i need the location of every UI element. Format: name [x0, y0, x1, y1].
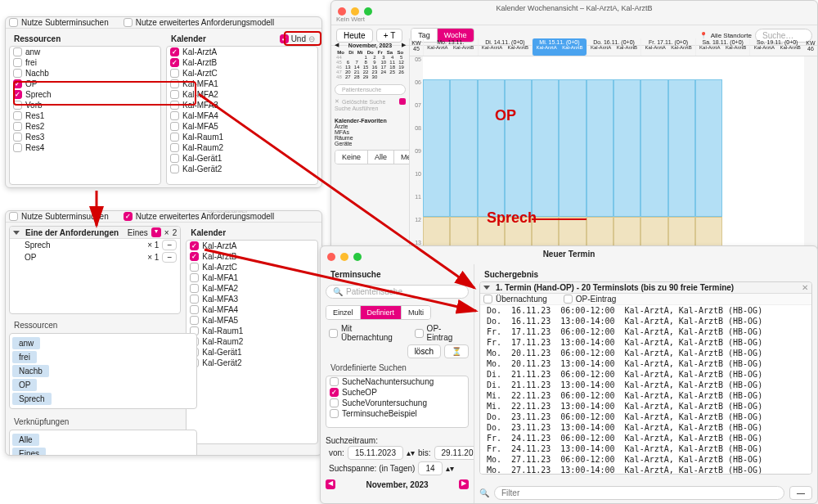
- collapse-icon[interactable]: [483, 286, 490, 290]
- calendar-item-checkbox[interactable]: [170, 101, 179, 110]
- calendar-item-checkbox[interactable]: [170, 133, 179, 142]
- close-group-icon[interactable]: ✕: [802, 283, 808, 292]
- result-row[interactable]: Mo. 27.11.23 06:00-12:00 Kal-ArztA, Kal-…: [480, 454, 811, 465]
- span-stepper-icon[interactable]: ▴▾: [446, 464, 454, 473]
- result-row[interactable]: Fr. 17.11.23 13:00-14:00 Kal-ArztA, Kal-…: [480, 337, 811, 348]
- result-row[interactable]: Fr. 17.11.23 06:00-12:00 Kal-ArztA, Kal-…: [480, 326, 811, 337]
- overnight-checkbox[interactable]: [329, 329, 338, 338]
- patient-search-input-2[interactable]: Patientensuche: [346, 287, 402, 296]
- eines-badge[interactable]: ▾: [151, 227, 161, 237]
- predef-search[interactable]: TerminsucheBeispiel: [326, 408, 468, 419]
- resource-item[interactable]: Res1: [10, 110, 160, 121]
- cal-fav-item[interactable]: Geräte: [335, 141, 406, 146]
- next-icon[interactable]: ▶: [459, 479, 469, 489]
- calendar-item-checkbox[interactable]: [170, 90, 179, 99]
- search-seg-Einzel[interactable]: Einzel: [326, 306, 361, 319]
- calendar-item[interactable]: Kal-Raum1: [187, 326, 317, 336]
- zoom-icon[interactable]: [353, 253, 362, 261]
- result-row[interactable]: Do. 16.11.23 06:00-12:00 Kal-ArztA, Kal-…: [480, 305, 811, 316]
- vkn-tag[interactable]: Alle: [12, 434, 39, 446]
- resource-item-checkbox[interactable]: [13, 133, 22, 142]
- calendar-item-checkbox[interactable]: [170, 47, 179, 56]
- calendar-item-checkbox[interactable]: [170, 69, 179, 78]
- predef-search-checkbox[interactable]: [330, 398, 339, 407]
- calendar-item[interactable]: Kal-MFA4: [187, 304, 317, 315]
- calendar-item-checkbox[interactable]: [190, 305, 199, 314]
- cal-seg-Alle[interactable]: Alle: [368, 151, 394, 164]
- day-header[interactable]: Sa. 18.11. (0+0)Kal-ArztAKal-ArztB: [695, 38, 750, 56]
- result-row[interactable]: Fr. 24.11.23 06:00-12:00 Kal-ArztA, Kal-…: [480, 433, 811, 443]
- from-date[interactable]: 15.11.2023: [348, 446, 403, 460]
- calendar-item-checkbox[interactable]: [170, 154, 179, 163]
- resource-tag[interactable]: Sprech: [12, 393, 52, 405]
- calendar-item[interactable]: Kal-MFA1: [167, 79, 317, 89]
- calendar-item-checkbox[interactable]: [190, 273, 199, 282]
- resource-item-checkbox[interactable]: [13, 101, 22, 110]
- next-month-icon[interactable]: ▶: [402, 42, 406, 48]
- calendar-item[interactable]: Kal-ArztA: [187, 241, 317, 251]
- resource-item-checkbox[interactable]: [13, 58, 22, 67]
- resource-item[interactable]: frei: [10, 57, 160, 68]
- calendar-item[interactable]: Kal-ArztB: [167, 57, 317, 68]
- day-header[interactable]: Mo. 13.11.Kal-ArztAKal-ArztB: [423, 38, 478, 56]
- resource-item[interactable]: OP: [10, 79, 160, 89]
- und-checkbox[interactable]: [280, 34, 289, 43]
- calendar-item[interactable]: Kal-ArztA: [167, 47, 317, 57]
- resource-item[interactable]: Nachb: [10, 68, 160, 79]
- delete-search-icon[interactable]: ✕: [335, 98, 339, 105]
- day-header[interactable]: So. 19.11. (0+0)Kal-ArztAKal-ArztB: [749, 38, 804, 56]
- day-header[interactable]: Mi. 15.11. (0+0)Kal-ArztAKal-ArztB: [532, 38, 587, 56]
- prev-icon[interactable]: ◀: [326, 479, 335, 489]
- search-seg-Multi[interactable]: Multi: [402, 306, 430, 319]
- close-icon[interactable]: [338, 7, 346, 16]
- calendar-item-checkbox[interactable]: [170, 164, 179, 173]
- calendar-item-checkbox[interactable]: [190, 252, 199, 261]
- result-row[interactable]: Mi. 22.11.23 13:00-14:00 Kal-ArztA, Kal-…: [480, 401, 811, 412]
- calendar-item[interactable]: Kal-Gerät2: [187, 358, 317, 368]
- search-exec-icon[interactable]: [399, 98, 406, 105]
- result-row[interactable]: Do. 23.11.23 13:00-14:00 Kal-ArztA, Kal-…: [480, 422, 811, 433]
- predef-search-checkbox[interactable]: [330, 377, 339, 386]
- cal-fav-item[interactable]: Räume: [335, 135, 406, 141]
- op-entry-checkbox[interactable]: [415, 329, 424, 338]
- to-date[interactable]: 29.11.2023: [434, 446, 474, 460]
- resource-item-checkbox[interactable]: [13, 143, 22, 152]
- calendar-item-checkbox[interactable]: [170, 122, 179, 131]
- calendar-item[interactable]: Kal-ArztC: [187, 262, 317, 272]
- resource-item-checkbox[interactable]: [13, 69, 22, 78]
- vkn-tag[interactable]: Eines: [12, 448, 46, 456]
- calendar-item[interactable]: Kal-MFA5: [167, 121, 317, 132]
- resource-item-checkbox[interactable]: [13, 122, 22, 131]
- resource-item-checkbox[interactable]: [13, 47, 22, 56]
- calendar-item[interactable]: Kal-Gerät2: [167, 164, 317, 174]
- remove-req-button[interactable]: −: [162, 240, 177, 250]
- resource-item[interactable]: Res2: [10, 121, 160, 132]
- cal-seg-Keine[interactable]: Keine: [335, 151, 368, 164]
- remove-req-button[interactable]: −: [162, 252, 177, 263]
- calendar-item[interactable]: Kal-MFA3: [187, 294, 317, 304]
- subtermin-checkbox[interactable]: [9, 18, 18, 27]
- result-row[interactable]: Do. 23.11.23 06:00-12:00 Kal-ArztA, Kal-…: [480, 412, 811, 422]
- resource-item-checkbox[interactable]: [13, 90, 22, 99]
- result-row[interactable]: Mo. 20.11.23 13:00-14:00 Kal-ArztA, Kal-…: [480, 358, 811, 369]
- requirement-row[interactable]: Sprech× 1−: [10, 239, 180, 251]
- calendar-item-checkbox[interactable]: [170, 58, 179, 67]
- calendar-item-checkbox[interactable]: [170, 111, 179, 120]
- resource-item-checkbox[interactable]: [13, 79, 22, 88]
- calendar-item[interactable]: Kal-MFA4: [167, 110, 317, 121]
- calendar-item[interactable]: Kal-Gerät1: [187, 347, 317, 358]
- predef-search-checkbox[interactable]: [330, 388, 339, 397]
- calendar-item-checkbox[interactable]: [170, 79, 179, 88]
- result-row[interactable]: Di. 21.11.23 13:00-14:00 Kal-ArztA, Kal-…: [480, 380, 811, 390]
- predef-search-checkbox[interactable]: [330, 409, 339, 418]
- resource-item[interactable]: Res3: [10, 132, 160, 142]
- calendar-item[interactable]: Kal-Raum1: [167, 132, 317, 142]
- calendar-item[interactable]: Kal-MFA5: [187, 315, 317, 326]
- calendar-item[interactable]: Kal-ArztB: [187, 251, 317, 262]
- resource-item[interactable]: Vorb: [10, 100, 160, 110]
- calendar-item[interactable]: Kal-MFA2: [167, 89, 317, 100]
- resource-tag[interactable]: Nachb: [12, 365, 49, 377]
- calendar-item[interactable]: Kal-MFA2: [187, 283, 317, 294]
- calendar-item[interactable]: Kal-MFA1: [187, 272, 317, 283]
- opentry-col-checkbox[interactable]: [564, 295, 573, 304]
